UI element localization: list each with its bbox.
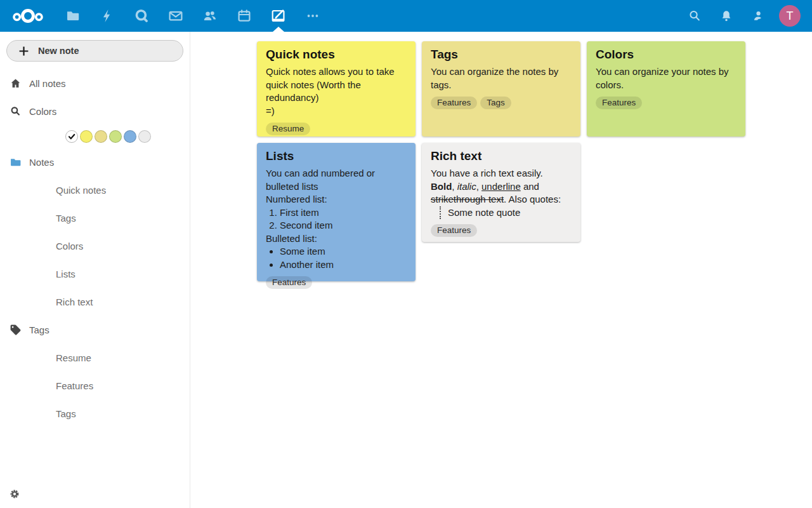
color-swatch-green[interactable] (109, 130, 122, 143)
app-mail[interactable] (159, 0, 193, 32)
note-excerpt: You can organize your notes by colors. (596, 65, 737, 91)
tag-chip-resume[interactable]: Resume (266, 123, 310, 135)
sidebar-item-rich-text-note[interactable]: Rich text (0, 288, 190, 316)
contacts-people-icon (202, 8, 218, 23)
avatar[interactable]: T (779, 5, 801, 27)
magnifier-icon (688, 9, 702, 23)
app-talk[interactable] (124, 0, 159, 32)
nextcloud-logo[interactable] (0, 8, 56, 24)
sidebar-item-all-notes[interactable]: All notes (0, 69, 190, 97)
app-notes[interactable] (261, 0, 296, 32)
note-excerpt: You have a rich text easily. Bold, itali… (431, 167, 572, 219)
more-apps-icon (305, 8, 320, 23)
home-icon (9, 77, 22, 90)
sidebar-item-quick-notes[interactable]: Quick notes (0, 176, 190, 204)
calendar-icon (237, 8, 252, 23)
note-title: Rich text (431, 149, 572, 163)
rich-text-line: You have a rich text easily. Bold, itali… (431, 167, 572, 206)
note-excerpt: You can add numbered or bulleted lists N… (266, 167, 407, 271)
color-swatch-tan[interactable] (95, 130, 107, 143)
tag-chip-tags[interactable]: Tags (480, 97, 511, 109)
new-note-label: New note (38, 46, 79, 56)
colors-filter-label: Colors (29, 106, 56, 117)
all-notes-label: All notes (29, 78, 66, 89)
note-tags: Features (596, 97, 737, 109)
note-card-tags[interactable]: Tags You can organize the notes by tags.… (422, 41, 580, 137)
tag-chip-features[interactable]: Features (431, 97, 477, 109)
bulleted-list: Some item Another item (266, 245, 407, 271)
note-title: Lists (266, 149, 407, 163)
color-swatch-yellow[interactable] (80, 130, 93, 143)
settings-button[interactable] (0, 480, 190, 508)
note-card-rich-text[interactable]: Rich text You have a rich text easily. B… (422, 143, 580, 242)
sidebar-folder-notes[interactable]: Notes (0, 148, 190, 176)
note-excerpt: You can organize the notes by tags. (431, 65, 572, 91)
color-filter-row (0, 125, 190, 148)
notifications-button[interactable] (710, 0, 742, 32)
app-contacts[interactable] (193, 0, 227, 32)
active-app-indicator (273, 27, 284, 32)
note-title: Tags (431, 48, 572, 62)
app-more[interactable] (296, 0, 330, 32)
sidebar: New note All notes Colors (0, 32, 190, 508)
color-swatch-blue[interactable] (124, 130, 136, 143)
folder-icon (9, 156, 22, 168)
sidebar-section-tags[interactable]: Tags (0, 316, 190, 344)
note-tags: Resume (266, 123, 407, 135)
app-calendar[interactable] (227, 0, 261, 32)
person-icon (751, 9, 765, 23)
note-card-quick-notes[interactable]: Quick notes Quick notes allows you to ta… (257, 41, 416, 137)
sidebar-item-colors-note[interactable]: Colors (0, 232, 190, 260)
tag-chip-features[interactable]: Features (431, 224, 477, 237)
grid-column-2: Tags You can organize the notes by tags.… (422, 41, 580, 242)
avatar-initial: T (787, 10, 794, 23)
note-card-lists[interactable]: Lists You can add numbered or bulleted l… (257, 143, 416, 281)
sidebar-item-colors[interactable]: Colors (0, 97, 190, 125)
plus-icon (17, 46, 30, 57)
sidebar-item-tags-note[interactable]: Tags (0, 204, 190, 232)
color-filter-check[interactable] (65, 130, 78, 143)
unified-search-button[interactable] (679, 0, 710, 32)
note-tags: Features (266, 276, 407, 289)
note-card-colors[interactable]: Colors You can organize your notes by co… (587, 41, 745, 137)
note-excerpt: Quick notes allows you to take quick not… (266, 65, 407, 117)
bell-icon (719, 9, 733, 23)
app-activity[interactable] (90, 0, 124, 32)
files-folder-icon (65, 8, 81, 23)
checkmark-icon (67, 132, 76, 141)
tag-icon (9, 324, 22, 336)
notes-grid: Quick notes Quick notes allows you to ta… (190, 32, 812, 508)
new-note-button[interactable]: New note (6, 40, 183, 62)
note-tags: Features (431, 224, 572, 237)
sidebar-tag-features[interactable]: Features (0, 371, 190, 399)
grid-column-1: Quick notes Quick notes allows you to ta… (257, 41, 416, 281)
color-swatch-grey[interactable] (138, 130, 151, 143)
sidebar-tag-tags[interactable]: Tags (0, 399, 190, 427)
activity-bolt-icon (100, 8, 115, 23)
note-tags: Features Tags (431, 97, 572, 109)
magnifier-icon (9, 105, 22, 117)
blockquote: Some note quote (440, 206, 572, 220)
nextcloud-logo-icon (11, 8, 44, 24)
notes-icon (270, 8, 287, 24)
gear-icon (9, 488, 20, 500)
tags-section-label: Tags (29, 324, 49, 335)
sidebar-tag-resume[interactable]: Resume (0, 344, 190, 371)
talk-icon (134, 8, 149, 23)
note-title: Quick notes (266, 48, 407, 62)
tag-chip-features[interactable]: Features (266, 276, 312, 289)
tag-chip-features[interactable]: Features (596, 97, 642, 109)
mail-envelope-icon (168, 8, 183, 23)
notes-folder-label: Notes (29, 157, 54, 168)
app-files[interactable] (56, 0, 90, 32)
top-bar-right: T (679, 0, 812, 32)
sidebar-item-lists-note[interactable]: Lists (0, 260, 190, 288)
contacts-menu-button[interactable] (742, 0, 774, 32)
top-bar: T (0, 0, 812, 32)
numbered-list: First item Second item (266, 206, 407, 232)
grid-column-3: Colors You can organize your notes by co… (587, 41, 745, 137)
note-title: Colors (596, 48, 737, 62)
